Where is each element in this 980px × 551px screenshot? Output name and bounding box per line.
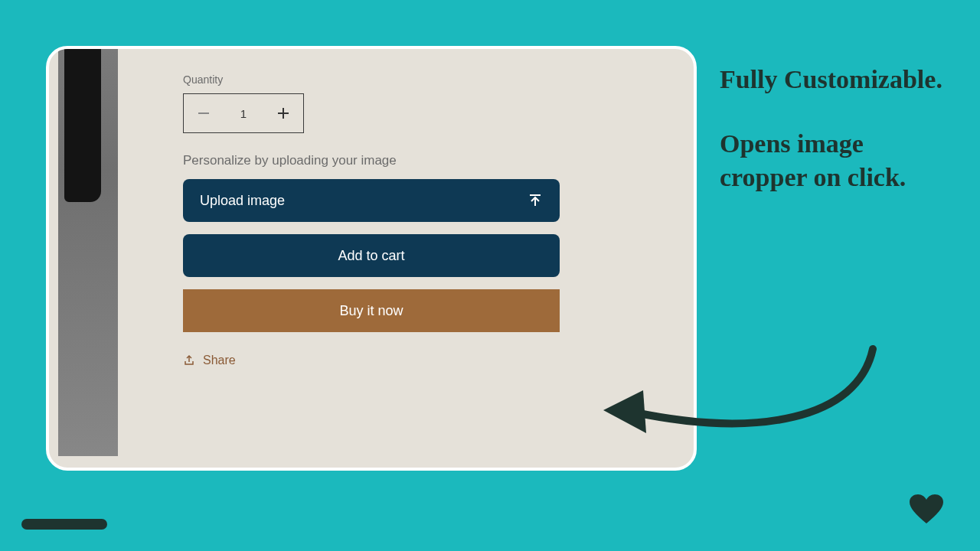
svg-rect-2	[278, 112, 289, 114]
product-form: Quantity 1 Personalize by uploading your…	[183, 73, 604, 367]
callout-line-2: Opens image cropper on click.	[720, 127, 957, 194]
upload-image-button[interactable]: Upload image	[183, 179, 560, 222]
quantity-value: 1	[224, 107, 263, 120]
share-button[interactable]: Share	[183, 354, 604, 367]
buy-now-button[interactable]: Buy it now	[183, 289, 560, 332]
product-panel: Quantity 1 Personalize by uploading your…	[46, 46, 697, 471]
share-icon	[183, 354, 195, 367]
plus-icon	[278, 108, 289, 119]
share-label: Share	[203, 354, 236, 367]
upload-button-label: Upload image	[200, 193, 285, 209]
quantity-label: Quantity	[183, 73, 604, 86]
buy-now-label: Buy it now	[339, 303, 403, 319]
callout-line-1: Fully Customizable.	[720, 63, 957, 96]
annotation-callout: Fully Customizable. Opens image cropper …	[720, 63, 957, 226]
quantity-decrease-button[interactable]	[184, 94, 224, 132]
upload-icon	[528, 193, 543, 208]
quantity-increase-button[interactable]	[263, 94, 303, 132]
minus-icon	[198, 112, 209, 114]
decorative-dash	[21, 519, 107, 530]
add-to-cart-button[interactable]: Add to cart	[183, 234, 560, 277]
svg-rect-0	[198, 112, 209, 114]
heart-icon	[910, 494, 943, 528]
quantity-stepper[interactable]: 1	[183, 93, 304, 133]
product-image-thumbnail	[58, 49, 118, 456]
personalize-label: Personalize by uploading your image	[183, 153, 604, 168]
add-to-cart-label: Add to cart	[338, 248, 404, 264]
